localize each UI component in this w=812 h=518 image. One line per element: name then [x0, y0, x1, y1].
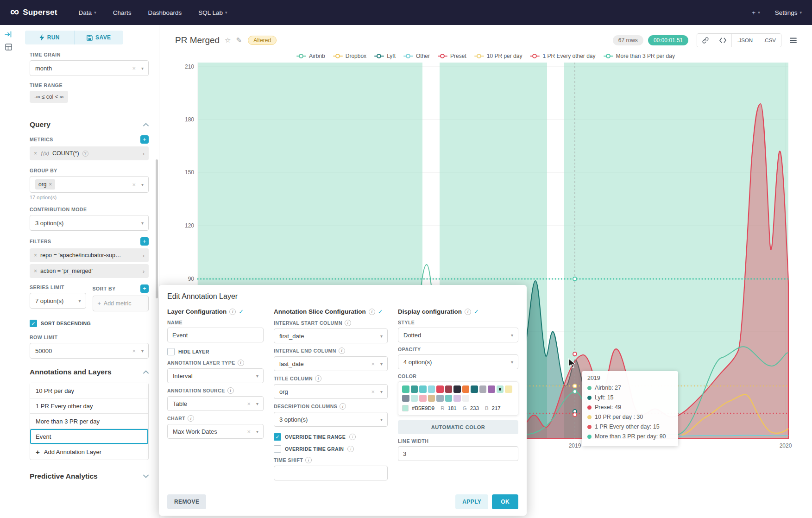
remove-button[interactable]: REMOVE — [167, 494, 206, 509]
topbar-menu-charts[interactable]: Charts — [113, 9, 132, 16]
color-swatch[interactable] — [453, 385, 461, 393]
clear-icon[interactable]: × — [247, 428, 251, 435]
save-button[interactable]: SAVE — [74, 31, 124, 44]
add-filter-button[interactable]: + — [140, 237, 149, 246]
filter-pill[interactable]: ×action = 'pr_merged'› — [30, 264, 149, 278]
info-icon[interactable]: i — [340, 403, 346, 410]
clear-icon[interactable]: × — [132, 65, 136, 72]
color-swatch[interactable] — [497, 385, 504, 393]
name-input[interactable] — [167, 328, 264, 342]
color-swatch[interactable] — [453, 395, 461, 402]
info-icon[interactable]: i — [305, 457, 312, 463]
legend-item[interactable]: Airbnb — [296, 53, 325, 59]
add-sort-metric-button[interactable]: + — [140, 284, 149, 293]
annotation-layer-type-select[interactable]: Interval ▾ — [167, 368, 264, 383]
info-icon[interactable]: i — [227, 387, 234, 394]
edit-icon[interactable]: ✎ — [236, 36, 242, 44]
predictive-section-header[interactable]: Predictive Analytics — [30, 472, 149, 480]
sort-descending-checkbox[interactable]: ✓ SORT DESCENDING — [30, 320, 149, 327]
remove-icon[interactable]: × — [34, 268, 37, 274]
style-select[interactable]: Dotted ▾ — [398, 328, 518, 342]
clear-icon[interactable]: × — [132, 347, 136, 354]
interval-start-column-select[interactable]: first_date ▾ — [274, 328, 388, 343]
metric-pill[interactable]: × ƒ(x) COUNT(*) ? › — [30, 146, 149, 160]
info-icon[interactable]: i — [349, 434, 356, 440]
info-icon[interactable]: i — [369, 309, 375, 315]
remove-icon[interactable]: × — [34, 252, 37, 259]
info-icon[interactable]: i — [188, 415, 194, 422]
new-menu[interactable]: + ▾ — [752, 9, 760, 16]
color-swatch[interactable] — [462, 385, 470, 393]
add-annotation-layer-button[interactable]: + Add Annotation Layer — [30, 444, 148, 460]
hide-layer-checkbox[interactable]: HIDE LAYER — [167, 348, 264, 355]
info-icon[interactable]: i — [229, 309, 236, 315]
legend-item[interactable]: Lyft — [374, 53, 396, 59]
color-swatch[interactable] — [428, 395, 435, 402]
question-icon[interactable]: ? — [82, 151, 88, 157]
sort-by-add-metric[interactable]: + Add metric — [93, 296, 149, 311]
color-swatch[interactable] — [419, 385, 427, 393]
color-swatch[interactable] — [445, 395, 453, 402]
remove-icon[interactable]: × — [34, 150, 37, 157]
color-swatch[interactable] — [445, 385, 453, 393]
color-swatch[interactable] — [436, 385, 444, 393]
color-swatch[interactable] — [411, 385, 418, 393]
panel-scrollbar[interactable] — [156, 159, 158, 298]
clear-icon[interactable]: × — [247, 400, 251, 407]
embed-code-button[interactable] — [714, 34, 731, 47]
superset-logo[interactable]: ∞ Superset — [10, 6, 57, 19]
description-columns-select[interactable]: 3 option(s) ▾ — [274, 412, 388, 427]
override-time-grain-checkbox[interactable]: OVERRIDE TIME GRAIN i — [274, 445, 388, 453]
info-icon[interactable]: i — [315, 375, 321, 382]
contribution-mode-select[interactable]: 3 option(s) ▾ — [30, 215, 149, 231]
add-metric-button[interactable]: + — [140, 135, 149, 144]
info-icon[interactable]: i — [345, 320, 351, 326]
export-csv-button[interactable]: .CSV — [758, 34, 781, 47]
chart-select[interactable]: Max Work Dates × ▾ — [167, 424, 264, 439]
info-icon[interactable]: i — [347, 446, 354, 452]
legend-item[interactable]: Other — [403, 53, 430, 59]
legend-item[interactable]: More than 3 PR per day — [604, 53, 675, 59]
remove-icon[interactable]: × — [49, 181, 52, 188]
color-swatch[interactable] — [505, 385, 512, 393]
info-icon[interactable]: i — [238, 360, 244, 366]
annotation-layer-item[interactable]: More than 3 PR per day — [30, 414, 148, 429]
legend-item[interactable]: Dropbox — [333, 53, 366, 59]
share-link-button[interactable] — [697, 34, 714, 47]
star-icon[interactable]: ☆ — [225, 36, 231, 44]
clear-icon[interactable]: × — [371, 360, 375, 367]
hex-value[interactable]: #B5E9D9 — [412, 405, 434, 411]
annotations-section-header[interactable]: Annotations and Layers — [30, 368, 149, 376]
color-swatch[interactable] — [488, 385, 495, 393]
group-by-chip[interactable]: org × — [35, 179, 55, 190]
rgb-r-value[interactable]: 181 — [448, 405, 457, 411]
color-swatch[interactable] — [402, 395, 409, 402]
color-swatch[interactable] — [419, 395, 427, 402]
clear-icon[interactable]: × — [132, 181, 136, 188]
legend-item[interactable]: Preset — [438, 53, 466, 59]
info-icon[interactable]: i — [339, 347, 345, 354]
topbar-menu-sql-lab[interactable]: SQL Lab▾ — [198, 9, 227, 16]
row-limit-select[interactable]: 50000 × ▾ — [30, 343, 149, 359]
topbar-menu-dashboards[interactable]: Dashboards — [148, 9, 182, 16]
color-swatch[interactable] — [411, 395, 418, 402]
interval-end-column-select[interactable]: last_date × ▾ — [274, 356, 388, 371]
ok-button[interactable]: OK — [492, 494, 518, 509]
rgb-b-value[interactable]: 217 — [492, 405, 501, 411]
time-grain-select[interactable]: month × ▾ — [30, 60, 149, 76]
legend-item[interactable]: 10 PR per day — [474, 53, 522, 59]
annotation-layer-item[interactable]: Event — [30, 429, 148, 444]
color-swatch[interactable] — [471, 385, 478, 393]
automatic-color-button[interactable]: AUTOMATIC COLOR — [398, 420, 518, 434]
annotation-source-select[interactable]: Table × ▾ — [167, 396, 264, 411]
collapse-panel-button[interactable] — [0, 31, 17, 38]
info-icon[interactable]: i — [465, 309, 471, 315]
rgb-g-value[interactable]: 233 — [470, 405, 479, 411]
annotation-layer-item[interactable]: 1 PR Every other day — [30, 398, 148, 414]
group-by-select[interactable]: org × × ▾ — [30, 176, 149, 193]
override-time-range-checkbox[interactable]: ✓ OVERRIDE TIME RANGE i — [274, 433, 388, 441]
color-swatch[interactable] — [428, 385, 435, 393]
query-section-header[interactable]: Query — [30, 120, 149, 129]
color-swatch[interactable] — [402, 385, 409, 393]
run-button[interactable]: RUN — [25, 31, 74, 44]
